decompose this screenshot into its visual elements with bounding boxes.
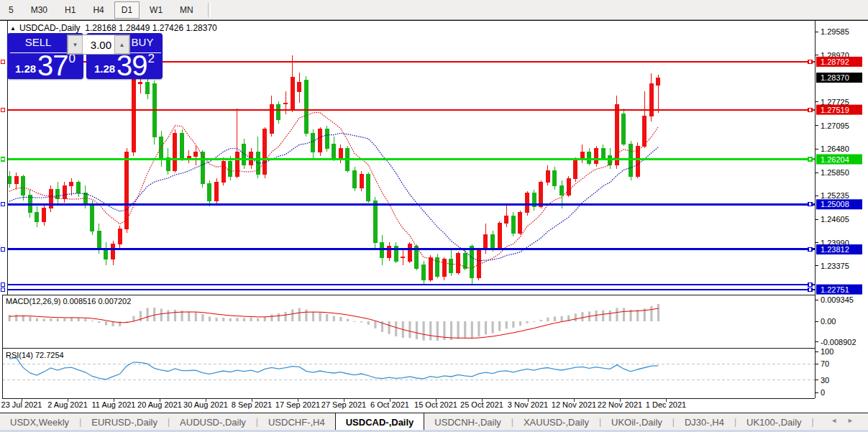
chart-tab-xauusd[interactable]: XAUUSD-,Daily (513, 413, 599, 431)
line-anchor-handle[interactable] (1, 288, 5, 291)
chart-tab-usdx[interactable]: USDX,Weekly (0, 413, 79, 431)
line-anchor-handle[interactable] (1, 157, 5, 161)
candle-body (22, 176, 25, 195)
chart-tab-usdcad[interactable]: USDCAD-,Daily (335, 413, 425, 431)
volume-increase-button[interactable]: ▲ (114, 35, 129, 54)
candle-body (463, 254, 467, 269)
sell-price-big: 37 (37, 53, 68, 78)
line-anchor-handle[interactable] (1, 247, 5, 251)
candle-body (229, 161, 232, 176)
candle-body (83, 193, 87, 205)
macd-histogram-bar (360, 321, 362, 323)
timeframe-button-h4[interactable]: H4 (86, 1, 111, 19)
candle-body (367, 175, 370, 201)
rsi-axis-label: 100 (821, 347, 833, 356)
macd-histogram-bar (408, 321, 411, 338)
macd-histogram-bar (119, 321, 121, 326)
macd-histogram-bar (222, 318, 224, 321)
candle-body (35, 212, 39, 221)
buy-price: 1.28 39 2 (86, 52, 163, 78)
macd-histogram-bar (512, 321, 514, 328)
line-anchor-handle[interactable] (808, 283, 812, 287)
candle-body (56, 190, 60, 199)
tab-scroll-left-icon[interactable]: ◄ (831, 417, 837, 424)
chart-tab-usdcnh[interactable]: USDCNH-,Daily (424, 413, 511, 431)
macd-histogram-bar (105, 321, 107, 325)
macd-histogram-bar (354, 321, 356, 322)
macd-histogram-bar (132, 316, 134, 321)
volume-input[interactable] (83, 35, 114, 54)
candle-body (498, 224, 501, 248)
buy-price-prefix: 1.28 (94, 63, 115, 75)
macd-histogram-bar (188, 311, 190, 321)
chart-tab-eurusd[interactable]: EURUSD-,Daily (81, 413, 168, 431)
chart-tab-audusd[interactable]: AUDUSD-,Daily (170, 413, 256, 431)
candle-body (97, 231, 101, 248)
line-anchor-handle[interactable] (1, 283, 5, 287)
line-anchor-handle[interactable] (808, 203, 812, 206)
candle-body (429, 257, 432, 280)
candle-body (125, 152, 129, 229)
macd-histogram-bar (195, 312, 197, 321)
timeframe-button-m30[interactable]: M30 (24, 1, 55, 19)
date-axis-label: 25 Oct 2021 (460, 400, 503, 409)
timeframe-button-h1[interactable]: H1 (58, 1, 83, 19)
candle-body (373, 201, 377, 242)
timeframe-button-mn[interactable]: MN (173, 1, 201, 19)
macd-histogram-bar (84, 318, 86, 321)
candle-body (325, 129, 329, 148)
tab-scroll-right-icon[interactable]: ► (847, 417, 854, 424)
macd-histogram-bar (91, 321, 93, 321)
chart-tab-usdchf[interactable]: USDCHF-,H4 (258, 413, 335, 431)
macd-histogram-bar (264, 317, 266, 321)
chart-title: ▲USDCAD-,Daily 1.28168 1.28449 1.27426 1… (10, 23, 217, 33)
macd-histogram-bar (581, 312, 583, 321)
candle-body (277, 105, 280, 120)
volume-decrease-button[interactable]: ▼ (68, 35, 83, 54)
line-anchor-handle[interactable] (808, 247, 812, 251)
macd-histogram-bar (153, 308, 155, 321)
timeframe-button-w1[interactable]: W1 (142, 1, 170, 19)
sell-price: 1.28 37 0 (7, 52, 83, 78)
candle-body (187, 157, 191, 158)
date-axis-label: 1 Dec 2021 (646, 400, 686, 409)
macd-histogram-bar (616, 308, 618, 321)
date-axis-label: 11 Aug 2021 (92, 400, 136, 409)
timeframe-button-d1[interactable]: D1 (114, 1, 140, 19)
line-anchor-handle[interactable] (808, 288, 812, 291)
macd-histogram-bar (347, 319, 349, 321)
candle-body (595, 148, 598, 163)
rsi-axis-label: 0 (821, 388, 825, 397)
macd-histogram-bar (201, 314, 204, 321)
candle-body (221, 161, 225, 182)
timeframe-button-5[interactable]: 5 (1, 1, 21, 19)
line-anchor-handle[interactable] (808, 157, 812, 161)
collapse-triangle-icon: ▲ (10, 25, 16, 32)
buy-price-pip: 2 (148, 52, 155, 66)
macd-histogram-bar (609, 311, 611, 321)
macd-histogram-bar (554, 316, 556, 321)
line-anchor-handle[interactable] (1, 203, 5, 206)
candle-body (42, 208, 46, 221)
sell-price-prefix: 1.28 (15, 63, 36, 75)
price-tag-label: 1.28792 (821, 58, 849, 66)
price-axis-label: 1.27095 (821, 121, 849, 130)
candle-body (139, 82, 142, 84)
line-anchor-handle[interactable] (1, 108, 5, 111)
rsi-axis-label: 30 (821, 376, 829, 385)
chart-tab-dj30[interactable]: DJ30-,H4 (675, 413, 734, 431)
price-tag-label: 1.25008 (821, 200, 849, 208)
macd-histogram-bar (298, 308, 301, 321)
price-tag-label: 1.27519 (821, 106, 849, 114)
chart-tab-ukoil[interactable]: UKOil-,Daily (601, 413, 672, 431)
line-anchor-handle[interactable] (808, 108, 812, 111)
line-anchor-handle[interactable] (808, 60, 812, 63)
line-anchor-handle[interactable] (1, 60, 5, 63)
candle-body (215, 182, 219, 201)
macd-histogram-bar (278, 313, 280, 321)
chart-tab-uk100[interactable]: UK100-,Daily (736, 413, 812, 431)
macd-axis-label: -0.008902 (821, 338, 856, 346)
candle-body (491, 235, 495, 248)
arrow-up-icon: ▲ (119, 42, 125, 48)
rsi-axis-label: 70 (821, 359, 829, 368)
